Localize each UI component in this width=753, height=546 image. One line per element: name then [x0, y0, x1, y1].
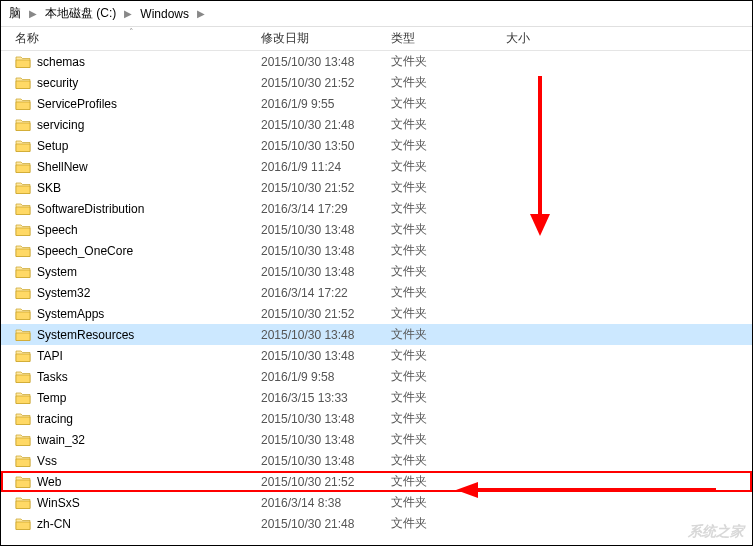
table-row[interactable]: Setup2015/10/30 13:50文件夹 — [1, 135, 752, 156]
table-row[interactable]: ShellNew2016/1/9 11:24文件夹 — [1, 156, 752, 177]
file-date: 2016/1/9 9:55 — [261, 97, 391, 111]
table-row[interactable]: System322016/3/14 17:22文件夹 — [1, 282, 752, 303]
file-type: 文件夹 — [391, 473, 506, 490]
file-name: Speech_OneCore — [37, 244, 261, 258]
folder-icon — [15, 97, 31, 111]
file-type: 文件夹 — [391, 95, 506, 112]
file-type: 文件夹 — [391, 452, 506, 469]
table-row[interactable]: security2015/10/30 21:52文件夹 — [1, 72, 752, 93]
file-type: 文件夹 — [391, 494, 506, 511]
table-row[interactable]: Speech2015/10/30 13:48文件夹 — [1, 219, 752, 240]
file-type: 文件夹 — [391, 53, 506, 70]
table-row[interactable]: zh-CN2015/10/30 21:48文件夹 — [1, 513, 752, 534]
file-name: ServiceProfiles — [37, 97, 261, 111]
file-name: System32 — [37, 286, 261, 300]
file-date: 2015/10/30 21:52 — [261, 181, 391, 195]
table-row[interactable]: TAPI2015/10/30 13:48文件夹 — [1, 345, 752, 366]
table-row[interactable]: Speech_OneCore2015/10/30 13:48文件夹 — [1, 240, 752, 261]
file-name: SKB — [37, 181, 261, 195]
file-type: 文件夹 — [391, 326, 506, 343]
file-date: 2015/10/30 13:48 — [261, 454, 391, 468]
header-size[interactable]: 大小 — [506, 30, 596, 47]
folder-icon — [15, 517, 31, 531]
chevron-right-icon: ▶ — [29, 8, 37, 19]
header-type[interactable]: 类型 — [391, 30, 506, 47]
file-list[interactable]: schemas2015/10/30 13:48文件夹security2015/1… — [1, 51, 752, 534]
table-row[interactable]: Vss2015/10/30 13:48文件夹 — [1, 450, 752, 471]
file-type: 文件夹 — [391, 200, 506, 217]
file-type: 文件夹 — [391, 347, 506, 364]
folder-icon — [15, 160, 31, 174]
file-date: 2015/10/30 13:48 — [261, 244, 391, 258]
crumb-1[interactable]: 本地磁盘 (C:) — [41, 3, 120, 24]
file-type: 文件夹 — [391, 221, 506, 238]
folder-icon — [15, 412, 31, 426]
chevron-right-icon: ▶ — [124, 8, 132, 19]
file-type: 文件夹 — [391, 284, 506, 301]
file-type: 文件夹 — [391, 74, 506, 91]
table-row[interactable]: SoftwareDistribution2016/3/14 17:29文件夹 — [1, 198, 752, 219]
file-name: System — [37, 265, 261, 279]
table-row[interactable]: ServiceProfiles2016/1/9 9:55文件夹 — [1, 93, 752, 114]
header-date[interactable]: 修改日期 — [261, 30, 391, 47]
file-date: 2015/10/30 13:48 — [261, 55, 391, 69]
file-date: 2016/3/15 13:33 — [261, 391, 391, 405]
sort-indicator-icon: ˄ — [1, 28, 261, 36]
file-date: 2016/1/9 9:58 — [261, 370, 391, 384]
file-type: 文件夹 — [391, 368, 506, 385]
folder-icon — [15, 328, 31, 342]
folder-icon — [15, 496, 31, 510]
file-name: Setup — [37, 139, 261, 153]
file-type: 文件夹 — [391, 389, 506, 406]
folder-icon — [15, 391, 31, 405]
file-name: security — [37, 76, 261, 90]
file-date: 2016/3/14 17:22 — [261, 286, 391, 300]
file-date: 2016/3/14 8:38 — [261, 496, 391, 510]
table-row[interactable]: Web2015/10/30 21:52文件夹 — [1, 471, 752, 492]
file-name: Web — [37, 475, 261, 489]
table-row[interactable]: System2015/10/30 13:48文件夹 — [1, 261, 752, 282]
table-row[interactable]: Temp2016/3/15 13:33文件夹 — [1, 387, 752, 408]
file-date: 2015/10/30 13:48 — [261, 223, 391, 237]
file-type: 文件夹 — [391, 116, 506, 133]
table-row[interactable]: servicing2015/10/30 21:48文件夹 — [1, 114, 752, 135]
file-date: 2015/10/30 13:48 — [261, 412, 391, 426]
folder-icon — [15, 55, 31, 69]
folder-icon — [15, 118, 31, 132]
folder-icon — [15, 349, 31, 363]
table-row[interactable]: Tasks2016/1/9 9:58文件夹 — [1, 366, 752, 387]
file-name: zh-CN — [37, 517, 261, 531]
file-date: 2015/10/30 13:48 — [261, 265, 391, 279]
file-type: 文件夹 — [391, 305, 506, 322]
folder-icon — [15, 202, 31, 216]
file-name: WinSxS — [37, 496, 261, 510]
crumb-2[interactable]: Windows — [136, 5, 193, 23]
table-row[interactable]: WinSxS2016/3/14 8:38文件夹 — [1, 492, 752, 513]
file-name: Speech — [37, 223, 261, 237]
folder-icon — [15, 181, 31, 195]
table-row[interactable]: twain_322015/10/30 13:48文件夹 — [1, 429, 752, 450]
file-date: 2015/10/30 13:48 — [261, 433, 391, 447]
folder-icon — [15, 433, 31, 447]
file-date: 2016/1/9 11:24 — [261, 160, 391, 174]
table-row[interactable]: SystemApps2015/10/30 21:52文件夹 — [1, 303, 752, 324]
file-type: 文件夹 — [391, 158, 506, 175]
file-date: 2015/10/30 21:52 — [261, 76, 391, 90]
table-row[interactable]: tracing2015/10/30 13:48文件夹 — [1, 408, 752, 429]
crumb-0[interactable]: 脑 — [5, 3, 25, 24]
table-row[interactable]: schemas2015/10/30 13:48文件夹 — [1, 51, 752, 72]
file-name: Vss — [37, 454, 261, 468]
folder-icon — [15, 76, 31, 90]
file-date: 2015/10/30 21:48 — [261, 517, 391, 531]
file-type: 文件夹 — [391, 137, 506, 154]
table-row[interactable]: SKB2015/10/30 21:52文件夹 — [1, 177, 752, 198]
table-row[interactable]: SystemResources2015/10/30 13:48文件夹 — [1, 324, 752, 345]
file-name: servicing — [37, 118, 261, 132]
chevron-right-icon: ▶ — [197, 8, 205, 19]
file-name: SystemApps — [37, 307, 261, 321]
folder-icon — [15, 244, 31, 258]
file-date: 2015/10/30 13:48 — [261, 328, 391, 342]
folder-icon — [15, 454, 31, 468]
file-name: twain_32 — [37, 433, 261, 447]
file-date: 2015/10/30 21:48 — [261, 118, 391, 132]
